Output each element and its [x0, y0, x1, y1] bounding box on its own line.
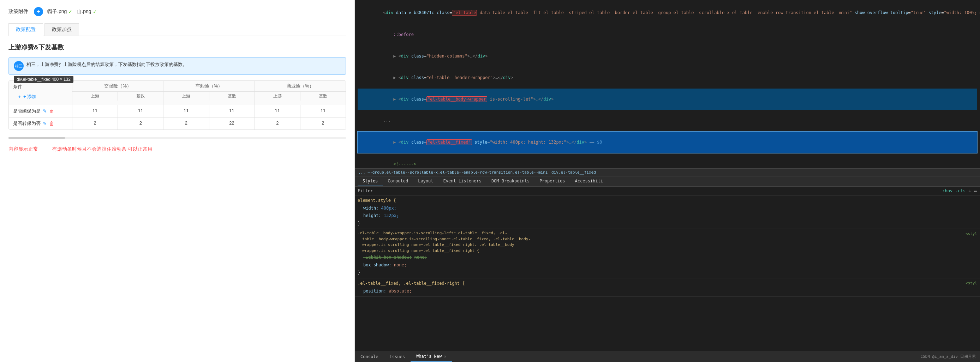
css-prop-height: height: — [363, 213, 381, 218]
file-name-1: 帽子.png — [47, 8, 67, 15]
scrollbar[interactable] — [8, 137, 346, 139]
table-body: 是否续保为是 ✎ 🗑 11 11 11 11 11 11 是否转保为否 ✎ 🗑 … — [9, 105, 345, 130]
th-group-title-3: 商业险（%） — [255, 81, 345, 92]
html-line-body-wrapper[interactable]: ▶ <div class="el-table__body-wrapper is-… — [358, 89, 977, 110]
row-1-edit-icon[interactable]: ✎ — [43, 108, 47, 114]
tab-policy-points[interactable]: 政策加点 — [45, 23, 79, 36]
tab-properties[interactable]: Properties — [535, 176, 570, 186]
css-val-boxshadow: none; — [394, 262, 407, 267]
left-panel: 政策附件 + 帽子.png✓ 山.png✓ 政策配置 政策加点 上游净费&下发基… — [0, 0, 355, 362]
tab-accessibility[interactable]: Accessibili — [570, 176, 608, 186]
html-line-1[interactable]: <div data-v-b384071c class="el-table dat… — [358, 2, 977, 24]
devtools-bottom-bar: Console Issues What's New ✕ CSDN @i_am_a… — [355, 351, 980, 362]
css-val-height: 132px; — [384, 213, 399, 218]
file-item-2: 山.png✓ — [76, 8, 97, 15]
add-attachment-button[interactable]: + — [34, 7, 43, 16]
row-2-cell-2: 2 — [118, 117, 164, 130]
css-block-fixed: .el-table__fixed, .el-table__fixed-right… — [355, 278, 980, 297]
add-label: + 添加 — [23, 94, 37, 100]
row-1-cell-6: 11 — [301, 105, 345, 117]
html-line-hidden[interactable]: ▶ <div class="hidden-columns">…</div> — [358, 45, 977, 67]
row-2-cell-4: 22 — [209, 117, 255, 130]
filter-plus[interactable]: + — [968, 188, 971, 194]
css-val-position: absolute; — [389, 289, 412, 294]
close-whats-new-icon[interactable]: ✕ — [444, 354, 446, 359]
data-table: 条件 ＋ + 添加 交强险（%） 上游 基数 车船险（%） 上游 基数 — [8, 81, 346, 130]
filter-cls[interactable]: .cls — [955, 188, 966, 193]
css-prop-width: width: — [363, 206, 379, 211]
add-icon: ＋ — [17, 94, 22, 100]
html-line-header[interactable]: ▶ <div class="el-table__header-wrapper">… — [358, 67, 977, 89]
attachment-row: 政策附件 + 帽子.png✓ 山.png✓ — [8, 7, 346, 16]
styles-panel: Filter :hov .cls + ⋯ element.style { wid… — [355, 187, 980, 351]
attachment-label: 政策附件 — [8, 8, 30, 15]
status-msg-2: 有滚动条时候且不会遮挡住滚动条 可以正常用 — [52, 146, 153, 152]
file-item-1: 帽子.png✓ — [47, 8, 72, 15]
status-text: 内容显示正常 有滚动条时候且不会遮挡住滚动条 可以正常用 — [8, 146, 346, 152]
row-2-delete-icon[interactable]: 🗑 — [49, 121, 54, 126]
css-prop-boxshadow: box-shadow: — [363, 262, 391, 267]
th-sub-row-2: 上游 基数 — [164, 92, 254, 100]
css-close-brace-2: } — [358, 270, 360, 275]
tab-issues[interactable]: Issues — [384, 351, 410, 362]
th-group-title-2: 车船险（%） — [164, 81, 254, 92]
row-1-cell-3: 11 — [164, 105, 209, 117]
filter-input[interactable] — [375, 188, 939, 193]
css-source-2: <styl — [966, 280, 977, 287]
css-selector-fixed: .el-table__fixed, .el-table__fixed-right… — [358, 280, 465, 287]
th-sub-base-2: 基数 — [209, 92, 255, 100]
tab-whats-new[interactable]: What's New ✕ — [410, 351, 452, 362]
css-selector-element: element.style { — [358, 198, 396, 203]
table-row: 是否转保为否 ✎ 🗑 2 2 2 22 2 2 — [9, 117, 345, 130]
file-check-2: ✓ — [93, 9, 97, 14]
table-row: 是否续保为是 ✎ 🗑 11 11 11 11 11 11 — [9, 105, 345, 117]
scrollbar-thumb[interactable] — [8, 137, 65, 139]
th-conditions: 条件 ＋ + 添加 — [9, 81, 72, 105]
tab-styles[interactable]: Styles — [358, 176, 383, 186]
avatar: 相三 — [14, 61, 24, 71]
html-line-comment-1: <!------> — [358, 153, 977, 168]
row-1-cell-1: 11 — [72, 105, 118, 117]
th-sub-upstream-2: 上游 — [164, 92, 209, 100]
css-block-scrolling: .el-table__body-wrapper.is-scrolling-lef… — [355, 229, 980, 278]
row-1-text: 是否续保为是 — [13, 108, 41, 114]
devtools-panel: <div data-v-b384071c class="el-table dat… — [355, 0, 980, 362]
breadcrumb-fixed[interactable]: div.el-table__fixed — [551, 170, 596, 175]
tab-layout[interactable]: Layout — [413, 176, 438, 186]
section-title: 上游净费&下发基数 — [8, 43, 346, 51]
tab-event-listeners[interactable]: Event Listeners — [439, 176, 487, 186]
row-2-edit-icon[interactable]: ✎ — [43, 121, 47, 126]
html-line-before: ::before — [358, 24, 977, 45]
css-block-element-style: element.style { width: 400px; height: 13… — [355, 195, 980, 229]
th-sub-row-1: 上游 基数 — [72, 92, 163, 100]
css-val-width: 400px; — [381, 206, 396, 211]
row-1-cell-2: 11 — [118, 105, 164, 117]
tab-policy-config[interactable]: 政策配置 — [8, 23, 43, 36]
row-2-cell-3: 2 — [164, 117, 209, 130]
filter-hov[interactable]: :hov — [942, 188, 953, 193]
th-sub-upstream-1: 上游 — [72, 92, 118, 100]
row-1-cell-5: 11 — [255, 105, 301, 117]
row-2-text: 是否转保为否 — [13, 120, 41, 127]
filter-dots[interactable]: ⋯ — [974, 188, 977, 194]
css-prop-webkit: -webkit-box-shadow: — [363, 255, 412, 260]
css-selector-scrolling: .el-table__body-wrapper.is-scrolling-lef… — [358, 230, 531, 254]
row-1-cell-4: 11 — [209, 105, 255, 117]
tab-dom-breakpoints[interactable]: DOM Breakpoints — [487, 176, 535, 186]
th-group-shangye: 商业险（%） 上游 基数 — [255, 81, 345, 105]
html-line-fixed[interactable]: ▶ <div class="el-table__fixed" style="wi… — [358, 132, 977, 153]
css-source-1: <styl — [966, 230, 977, 237]
add-condition-button[interactable]: ＋ + 添加 — [13, 91, 41, 102]
row-2-cell-1: 2 — [72, 117, 118, 130]
css-prop-position: position: — [363, 289, 386, 294]
tab-computed[interactable]: Computed — [383, 176, 413, 186]
row-2-cell-6: 2 — [301, 117, 345, 130]
fixed-label-tooltip: div.el-table__fixed 400 × 132 — [14, 76, 73, 83]
breadcrumb-bar: ... –-group.el-table--scrollable-x.el-ta… — [355, 168, 980, 176]
html-line-dots: ... — [358, 110, 977, 132]
tab-console[interactable]: Console — [355, 351, 384, 362]
breadcrumb-text: ... –-group.el-table--scrollable-x.el-ta… — [358, 170, 547, 175]
row-1-delete-icon[interactable]: 🗑 — [49, 108, 54, 114]
devtools-html-area: <div data-v-b384071c class="el-table dat… — [355, 0, 980, 168]
row-2-label: 是否转保为否 ✎ 🗑 — [9, 117, 72, 130]
